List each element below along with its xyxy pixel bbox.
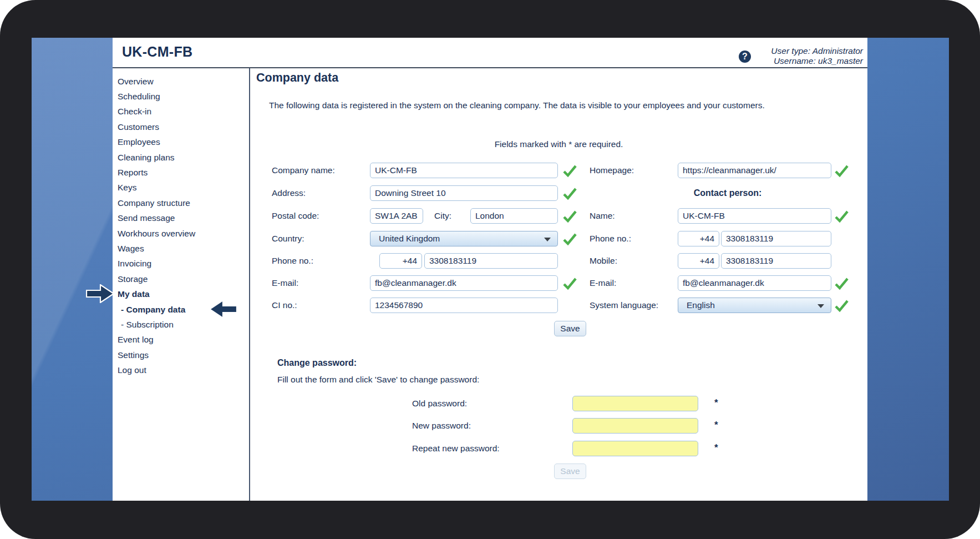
city-label: City: [434,208,451,224]
sidebar-item-customers[interactable]: Customers [118,119,249,134]
intro-text: The following data is registered in the … [269,99,828,112]
valid-check-icon [562,164,577,178]
system-language-value: English [687,300,715,310]
contact-person-heading: Contact person: [678,185,778,201]
sidebar-item-wages[interactable]: Wages [118,241,249,256]
valid-check-icon [562,232,577,246]
valid-check-icon [562,209,577,223]
form-row: Postal code: City: Name: [250,208,867,224]
change-password-heading: Change password: [277,358,357,368]
sidebar-item-send-message[interactable]: Send message [118,211,249,226]
required-fields-note: Fields marked with * are required. [250,139,867,149]
country-dropdown[interactable]: United Kingdom [370,231,558,246]
old-password-label: Old password: [412,396,467,411]
sidebar-item-event-log[interactable]: Event log [118,333,249,347]
address-label: Address: [272,185,306,201]
sidebar-item-cleaning-plans[interactable]: Cleaning plans [118,150,249,165]
valid-check-icon [834,276,849,290]
contact-phone-label: Phone no.: [590,231,631,246]
phone-field[interactable] [424,253,558,269]
sidebar-item-reports[interactable]: Reports [118,165,249,180]
postal-code-field[interactable] [370,208,423,224]
valid-check-icon [834,164,849,178]
save-button[interactable]: Save [554,321,586,336]
sidebar-item-subscription[interactable]: - Subscription [118,317,249,332]
password-row: New password: * [250,418,867,434]
contact-phone-field[interactable] [721,231,831,246]
chevron-down-icon [544,238,551,241]
required-asterisk: * [714,418,718,434]
mobile-field[interactable] [721,253,831,269]
page-title: Company data [256,71,338,85]
app-window: UK-CM-FB ? User type: Administrator User… [113,38,867,501]
form-row: Phone no.: Mobile: [250,253,867,269]
contact-email-field[interactable] [678,275,831,291]
system-language-label: System language: [590,298,658,313]
address-field[interactable] [370,185,558,201]
help-icon[interactable]: ? [739,51,751,63]
email-field[interactable] [370,275,558,291]
email-label: E-mail: [272,275,298,291]
sidebar-item-overview[interactable]: Overview [118,74,249,89]
form-row: E-mail: E-mail: [250,275,867,291]
system-language-dropdown[interactable]: English [678,298,831,313]
sidebar-item-keys[interactable]: Keys [118,180,249,195]
valid-check-icon [834,299,849,313]
phone-prefix-field[interactable] [379,253,422,269]
homepage-label: Homepage: [590,163,634,178]
sidebar-item-check-in[interactable]: Check-in [118,104,249,119]
company-name-field[interactable] [370,163,558,178]
homepage-field[interactable] [678,163,831,178]
mobile-label: Mobile: [590,253,617,269]
valid-check-icon [834,209,849,223]
country-label: Country: [272,231,304,246]
new-password-field[interactable] [572,418,698,434]
screenshot-stage: UK-CM-FB ? User type: Administrator User… [0,0,980,539]
save-password-button[interactable]: Save [554,464,586,479]
repeat-new-password-label: Repeat new password: [412,441,500,456]
user-info: User type: Administrator Username: uk3_m… [771,46,863,66]
form-row: Address: Contact person: [250,185,867,201]
change-password-instruction: Fill out the form and click 'Save' to ch… [277,375,479,385]
form-row: Country: United Kingdom Phone no.: [250,231,867,246]
required-asterisk: * [714,441,718,456]
sidebar-item-workhours-overview[interactable]: Workhours overview [118,226,249,241]
ci-no-field[interactable] [370,298,558,313]
new-password-label: New password: [412,418,471,434]
annotation-arrow-left-icon [209,300,237,319]
form-row: Company name: Homepage: [250,163,867,178]
contact-email-label: E-mail: [590,275,616,291]
valid-check-icon [562,187,577,200]
city-field[interactable] [470,208,558,224]
username-label: Username: uk3_master [771,56,863,66]
country-dropdown-value: United Kingdom [379,234,440,244]
sidebar-item-log-out[interactable]: Log out [118,362,249,377]
postal-code-label: Postal code: [272,208,319,224]
phone-label: Phone no.: [272,253,313,269]
chevron-down-icon [817,304,824,308]
user-type-label: User type: Administrator [771,46,863,56]
password-row: Repeat new password: * [250,441,867,456]
sidebar-item-scheduling[interactable]: Scheduling [118,89,249,104]
app-header: UK-CM-FB ? User type: Administrator User… [113,38,867,68]
sidebar-item-storage[interactable]: Storage [118,271,249,286]
old-password-field[interactable] [572,396,698,411]
contact-phone-prefix-field[interactable] [678,231,719,246]
mobile-prefix-field[interactable] [678,253,719,269]
repeat-new-password-field[interactable] [572,441,698,456]
app-title: UK-CM-FB [122,44,192,60]
contact-name-label: Name: [590,208,615,224]
form-row: CI no.: System language: English [250,298,867,313]
company-name-label: Company name: [272,163,335,178]
valid-check-icon [562,276,577,290]
contact-name-field[interactable] [678,208,831,224]
sidebar-item-settings[interactable]: Settings [118,347,249,362]
password-row: Old password: * [250,396,867,411]
desktop-background: UK-CM-FB ? User type: Administrator User… [32,38,949,501]
sidebar-item-company-structure[interactable]: Company structure [118,195,249,210]
main-content: Company data The following data is regis… [250,68,867,501]
sidebar-item-invoicing[interactable]: Invoicing [118,256,249,271]
sidebar-item-employees[interactable]: Employees [118,135,249,150]
ci-no-label: CI no.: [272,298,297,313]
required-asterisk: * [714,396,718,411]
